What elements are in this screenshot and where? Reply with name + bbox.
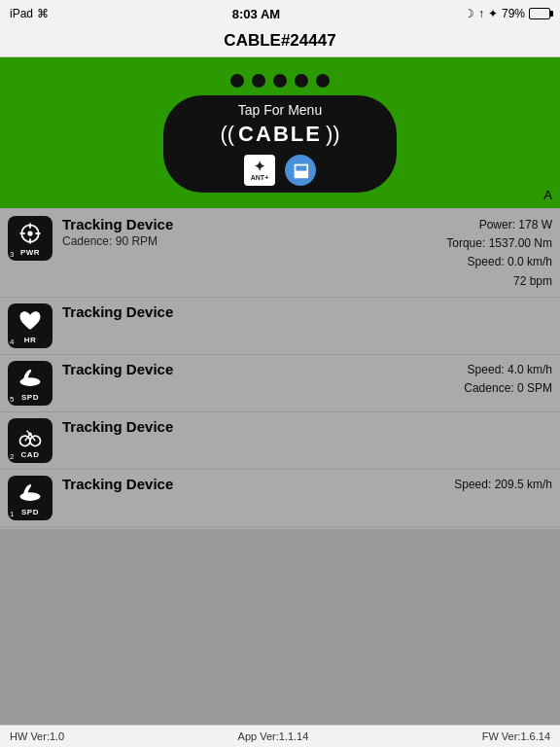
- device-stats: Speed: 209.5 km/h: [454, 476, 552, 494]
- title-bar: CABLE#24447: [0, 27, 560, 57]
- battery-percent: 79%: [502, 7, 525, 20]
- dot-4: [295, 74, 308, 88]
- dots-row: [230, 74, 330, 88]
- footer: HW Ver:1.0 App Ver:1.1.14 FW Ver:1.6.14: [0, 725, 560, 747]
- device-sub: Cadence: 90 RPM: [62, 234, 446, 248]
- status-right: ☽ ↑ ✦ 79%: [464, 7, 550, 20]
- device-icon-cad: CAD 2: [8, 418, 52, 463]
- dot-2: [252, 74, 265, 88]
- status-bar: iPad ⌘ 8:03 AM ☽ ↑ ✦ 79%: [0, 0, 560, 27]
- list-item[interactable]: CAD 2 Tracking Device: [0, 412, 560, 470]
- ant-plus-icon: ✦ ANT+: [244, 155, 275, 186]
- device-icon-spd: SPD 1: [8, 476, 52, 520]
- app-version: App Ver:1.1.14: [238, 730, 309, 742]
- device-name: Tracking Device: [62, 361, 464, 377]
- device-info: Tracking Device: [62, 418, 552, 437]
- green-header[interactable]: Tap For Menu (( CABLE )) ✦ ANT+ ⬓ A: [0, 57, 560, 208]
- list-item[interactable]: SPD 5 Tracking Device Speed: 4.0 km/hCad…: [0, 355, 560, 412]
- bluetooth-icon: ✦: [488, 7, 498, 20]
- device-name: Tracking Device: [62, 303, 552, 320]
- list-item[interactable]: PWR 3 Tracking Device Cadence: 90 RPM Po…: [0, 210, 560, 298]
- battery-icon: [529, 8, 550, 19]
- svg-point-1: [27, 231, 32, 235]
- icon-type-label: SPD: [21, 393, 39, 402]
- device-icon-pwr: PWR 3: [8, 216, 52, 261]
- device-name: Tracking Device: [62, 476, 454, 492]
- cable-device-button[interactable]: Tap For Menu (( CABLE )) ✦ ANT+ ⬓: [163, 95, 397, 193]
- row-number: 3: [10, 250, 14, 259]
- icon-type-label: HR: [24, 336, 37, 344]
- row-number: 2: [10, 452, 14, 461]
- device-list: PWR 3 Tracking Device Cadence: 90 RPM Po…: [0, 208, 560, 529]
- protocol-icons: ✦ ANT+ ⬓: [244, 155, 316, 186]
- status-left: iPad ⌘: [10, 7, 49, 20]
- bluetooth-logo-icon: ⬓: [285, 155, 316, 186]
- device-info: Tracking Device: [62, 361, 464, 379]
- row-number: 4: [10, 338, 14, 346]
- hw-version: HW Ver:1.0: [10, 730, 64, 742]
- device-info: Tracking Device Cadence: 90 RPM: [62, 216, 446, 248]
- left-paren: ((: [220, 122, 234, 147]
- location-icon: ↑: [478, 7, 484, 20]
- tap-menu-label: Tap For Menu: [238, 102, 322, 118]
- device-stats: Speed: 4.0 km/hCadence: 0 SPM: [464, 361, 552, 398]
- status-time: 8:03 AM: [232, 7, 280, 21]
- icon-type-label: PWR: [20, 248, 40, 257]
- row-number: 1: [10, 510, 14, 518]
- device-stats: Power: 178 WTorque: 1537.00 NmSpeed: 0.0…: [446, 216, 552, 291]
- page-title: CABLE#24447: [224, 31, 335, 50]
- dot-5: [316, 74, 330, 88]
- a-label: A: [543, 188, 552, 202]
- device-icon-hr: HR 4: [8, 303, 52, 348]
- icon-type-label: SPD: [21, 508, 39, 516]
- ipad-label: iPad: [10, 7, 33, 20]
- list-item[interactable]: SPD 1 Tracking Device Speed: 209.5 km/h: [0, 470, 560, 527]
- dot-1: [230, 74, 244, 88]
- device-info: Tracking Device: [62, 303, 552, 322]
- list-item[interactable]: HR 4 Tracking Device: [0, 298, 560, 355]
- svg-line-12: [27, 431, 31, 435]
- device-name: Tracking Device: [62, 216, 446, 232]
- fw-version: FW Ver:1.6.14: [482, 730, 550, 742]
- svg-point-6: [20, 377, 41, 386]
- device-name: Tracking Device: [62, 418, 552, 435]
- cable-text: CABLE: [238, 122, 322, 147]
- device-info: Tracking Device: [62, 476, 454, 494]
- device-icon-spd: SPD 5: [8, 361, 52, 406]
- row-number: 5: [10, 395, 14, 404]
- right-paren: )): [326, 122, 340, 147]
- cable-logo: (( CABLE )): [220, 122, 339, 147]
- svg-point-13: [20, 492, 41, 501]
- moon-icon: ☽: [464, 7, 474, 20]
- icon-type-label: CAD: [21, 450, 40, 459]
- wifi-icon: ⌘: [37, 7, 49, 20]
- dot-3: [273, 74, 287, 88]
